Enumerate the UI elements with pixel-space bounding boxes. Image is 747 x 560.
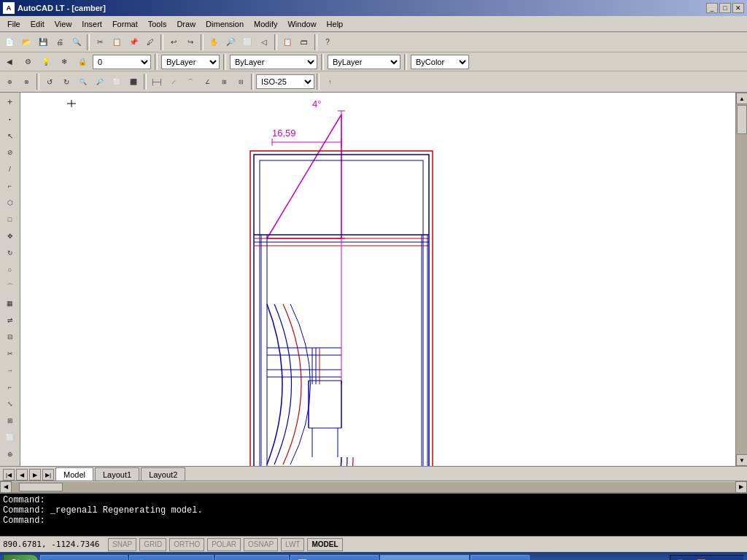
redo-button[interactable]: ↪ bbox=[182, 34, 198, 50]
hatch-tool[interactable]: ▦ bbox=[2, 295, 18, 311]
insert-tool[interactable]: ⊕ bbox=[2, 446, 18, 462]
menu-edit[interactable]: Edit bbox=[26, 18, 49, 30]
polyline-tool[interactable]: ⌐ bbox=[2, 178, 18, 194]
zoom-window-button[interactable]: ⬜ bbox=[239, 34, 255, 50]
model-toggle[interactable]: MODEL bbox=[307, 538, 342, 551]
pan-button[interactable]: ✋ bbox=[206, 34, 222, 50]
scroll-left-button[interactable]: ◀ bbox=[0, 481, 12, 493]
layer-freeze-button[interactable]: ❄ bbox=[56, 54, 72, 70]
zoom-realtime-button[interactable]: 🔎 bbox=[222, 34, 239, 50]
array-tool[interactable]: ⊞ bbox=[2, 413, 18, 429]
lineweight-select[interactable]: ByLayer bbox=[328, 55, 400, 69]
close-button[interactable]: ✕ bbox=[732, 3, 744, 13]
zoom-out-button[interactable]: 🔎 bbox=[92, 74, 108, 90]
scroll-track-horizontal[interactable] bbox=[12, 482, 735, 492]
tab-layout2[interactable]: Layout2 bbox=[141, 467, 185, 481]
tab-layout1[interactable]: Layout1 bbox=[95, 467, 139, 481]
mirror-tool[interactable]: ⇌ bbox=[2, 312, 18, 328]
snap-ref-button[interactable]: ⊕ bbox=[1, 74, 18, 90]
layer-on-button[interactable]: 💡 bbox=[38, 54, 54, 70]
color-select[interactable]: ByLayer bbox=[161, 55, 220, 69]
dim-aligned-button[interactable]: ⟋ bbox=[166, 74, 182, 90]
preview-button[interactable]: 🔍 bbox=[69, 34, 85, 50]
restore-button[interactable]: □ bbox=[719, 3, 731, 13]
menu-tools[interactable]: Tools bbox=[144, 18, 171, 30]
menu-format[interactable]: Format bbox=[108, 18, 142, 30]
taskbar-calculator[interactable]: 🖩 Calculator bbox=[471, 555, 530, 560]
rotate-right-button[interactable]: ↻ bbox=[58, 74, 74, 90]
properties-button[interactable]: 📋 bbox=[279, 34, 295, 50]
menu-modify[interactable]: Modify bbox=[249, 18, 282, 30]
dimstyle-update-button[interactable]: ↑ bbox=[322, 74, 338, 90]
block-tool[interactable]: ⬜ bbox=[2, 429, 18, 446]
polygon-tool[interactable]: ⬡ bbox=[2, 195, 18, 211]
menu-insert[interactable]: Insert bbox=[77, 18, 107, 30]
zoom-ext-button[interactable]: ⬛ bbox=[125, 74, 142, 90]
rect-tool[interactable]: □ bbox=[2, 211, 18, 228]
title-controls[interactable]: _ □ ✕ bbox=[706, 3, 744, 13]
new-button[interactable]: 📄 bbox=[1, 34, 18, 50]
tab-first-button[interactable]: |◀ bbox=[3, 469, 15, 481]
dim-continue-button[interactable]: ⊟ bbox=[233, 74, 249, 90]
move-tool[interactable]: ✥ bbox=[2, 228, 18, 244]
arc-tool[interactable]: ⌒ bbox=[2, 279, 18, 295]
grid-toggle[interactable]: GRID bbox=[139, 538, 166, 551]
dim-angle-button[interactable]: ∠ bbox=[199, 74, 215, 90]
select-tool[interactable]: ↖ bbox=[2, 128, 18, 144]
matchprop-button[interactable]: 🖊 bbox=[142, 34, 158, 50]
lwt-toggle[interactable]: LWT bbox=[281, 538, 304, 551]
menu-file[interactable]: File bbox=[3, 18, 25, 30]
help-button[interactable]: ? bbox=[320, 34, 336, 50]
paste-button[interactable]: 📌 bbox=[125, 34, 142, 50]
polar-toggle[interactable]: POLAR bbox=[207, 538, 241, 551]
plotstyle-select[interactable]: ByColor bbox=[411, 55, 469, 69]
dim-baseline-button[interactable]: ⊞ bbox=[216, 74, 232, 90]
osnap-toggle[interactable]: OSNAP bbox=[244, 538, 278, 551]
cut-button[interactable]: ✂ bbox=[92, 34, 108, 50]
zoom-all-button[interactable]: ⬜ bbox=[109, 74, 125, 90]
tab-next-button[interactable]: ▶ bbox=[29, 469, 41, 481]
line-tool[interactable]: / bbox=[2, 161, 18, 177]
taskbar-aaron[interactable]: 👤 Aaron Panning - ... bbox=[40, 555, 127, 560]
menu-draw[interactable]: Draw bbox=[172, 18, 200, 30]
snap-mode-button[interactable]: ⊗ bbox=[18, 74, 34, 90]
scroll-down-button[interactable]: ▼ bbox=[736, 454, 747, 466]
snap-toggle[interactable]: SNAP bbox=[108, 538, 136, 551]
ortho-toggle[interactable]: ORTHO bbox=[169, 538, 204, 551]
scale-tool[interactable]: ⤡ bbox=[2, 396, 18, 412]
save-button[interactable]: 💾 bbox=[35, 34, 51, 50]
minimize-button[interactable]: _ bbox=[706, 3, 718, 13]
scroll-up-button[interactable]: ▲ bbox=[736, 93, 747, 104]
canvas-area[interactable]: 4° 16,59 bbox=[20, 93, 735, 466]
scroll-thumb-horizontal[interactable] bbox=[19, 483, 63, 491]
layer-lock-button[interactable]: 🔒 bbox=[74, 54, 90, 70]
menu-help[interactable]: Help bbox=[322, 18, 348, 30]
menu-view[interactable]: View bbox=[50, 18, 77, 30]
crosshair-tool[interactable]: + bbox=[2, 94, 18, 110]
extend-tool[interactable]: → bbox=[2, 362, 18, 378]
taskbar-excel[interactable]: 📊 Microsoft Excel - ... bbox=[290, 555, 379, 560]
tab-model[interactable]: Model bbox=[55, 467, 93, 481]
layer-prev-button[interactable]: ◀ bbox=[1, 54, 18, 70]
offset-tool[interactable]: ⊟ bbox=[2, 329, 18, 345]
dim-linear-button[interactable]: ├─┤ bbox=[149, 74, 165, 90]
scroll-right-button[interactable]: ▶ bbox=[735, 481, 747, 493]
layer-select[interactable]: 0 bbox=[93, 55, 151, 69]
scroll-thumb-vertical[interactable] bbox=[737, 105, 747, 134]
copy-button[interactable]: 📋 bbox=[109, 34, 125, 50]
scroll-track-vertical[interactable] bbox=[736, 104, 747, 454]
undo-button[interactable]: ↩ bbox=[166, 34, 182, 50]
print-button[interactable]: 🖨 bbox=[52, 34, 68, 50]
linetype-select[interactable]: ByLayer bbox=[230, 55, 317, 69]
zoom-prev-button[interactable]: ◁ bbox=[256, 34, 272, 50]
text-tool[interactable]: A bbox=[2, 463, 18, 466]
menu-dimension[interactable]: Dimension bbox=[201, 18, 248, 30]
open-button[interactable]: 📂 bbox=[18, 34, 34, 50]
tab-prev-button[interactable]: ◀ bbox=[16, 469, 28, 481]
taskbar-cad[interactable]: 📁 CAD Drawings bbox=[215, 555, 290, 560]
rotate-tool[interactable]: ↻ bbox=[2, 245, 18, 261]
dimstyle-select[interactable]: ISO-25 bbox=[256, 74, 314, 89]
point-tool[interactable]: • bbox=[2, 111, 18, 127]
menu-window[interactable]: Window bbox=[283, 18, 320, 30]
layer-props-button[interactable]: ⚙ bbox=[20, 54, 36, 70]
